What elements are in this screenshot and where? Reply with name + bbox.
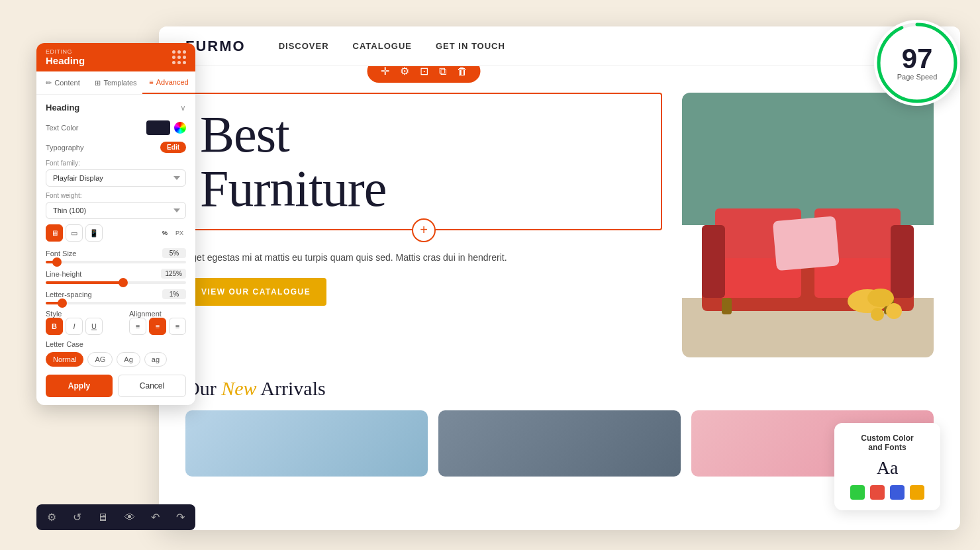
bottom-history-icon[interactable]: ↺ — [73, 511, 81, 524]
icon-btn-monitor[interactable]: 🖥 — [46, 224, 63, 242]
section-collapse-arrow[interactable]: ∨ — [180, 103, 186, 113]
ccf-colors — [848, 485, 927, 500]
svg-point-17 — [871, 308, 884, 321]
hero-section: ✛ ⚙ ⊡ ⧉ 🗑 Best Furniture + Eg — [185, 93, 934, 357]
line-height-label: Line-height — [46, 270, 81, 278]
line-height-track[interactable] — [46, 281, 186, 284]
new-arrivals-section: Our New Arrivals — [185, 377, 934, 477]
cancel-button[interactable]: Cancel — [118, 375, 186, 397]
action-buttons: Apply Cancel — [46, 375, 186, 397]
letter-spacing-track[interactable] — [46, 302, 186, 304]
tab-content[interactable]: ✏ Content — [36, 71, 89, 94]
tab-templates[interactable]: ⊞ Templates — [89, 71, 142, 94]
text-color-label: Text Color — [46, 124, 79, 132]
site-nav-links: DISCOVER CATALOGUE GET IN TOUCH — [279, 41, 894, 51]
product-grid — [185, 410, 934, 477]
bottom-redo-icon[interactable]: ↷ — [176, 511, 185, 524]
product-card-1[interactable] — [185, 410, 428, 477]
case-uppercase[interactable]: AG — [87, 352, 113, 367]
editor-panel: EDITING Heading ✏ Content ⊞ Templates ≡ … — [36, 43, 195, 405]
unit-px[interactable]: PX — [173, 228, 186, 238]
hero-heading: Best Furniture — [200, 107, 648, 216]
typography-edit-button[interactable]: Edit — [160, 142, 186, 153]
selected-heading-element[interactable]: Best Furniture + — [185, 93, 662, 230]
section-header: Heading ∨ — [46, 103, 186, 113]
font-weight-select[interactable]: Thin (100) — [46, 202, 186, 219]
align-left-button[interactable]: ≡ — [129, 318, 146, 335]
bottom-preview-icon[interactable]: 👁 — [124, 512, 135, 524]
text-color-swatch[interactable] — [146, 120, 170, 135]
letter-spacing-slider: Letter-spacing 1% — [46, 289, 186, 304]
font-family-select[interactable]: Playfair Display — [46, 169, 186, 187]
font-size-value[interactable]: 5% — [162, 248, 186, 258]
editor-body: Heading ∨ Text Color Typography Edit Fon… — [36, 95, 195, 405]
color-yellow[interactable] — [910, 485, 924, 500]
hero-subtitle: Eget egestas mi at mattis eu turpis quam… — [185, 250, 662, 265]
text-color-controls — [146, 120, 186, 135]
heading-line1: Best — [200, 105, 289, 163]
svg-rect-10 — [891, 225, 914, 298]
case-lowercase[interactable]: ag — [144, 352, 167, 367]
color-blue[interactable] — [890, 485, 905, 500]
icon-btn-tablet[interactable]: ▭ — [66, 224, 83, 242]
nav-discover[interactable]: DISCOVER — [279, 41, 329, 51]
settings-icon[interactable]: ⚙ — [400, 66, 409, 77]
element-toolbar[interactable]: ✛ ⚙ ⊡ ⧉ 🗑 — [368, 66, 481, 83]
icon-btn-mobile[interactable]: 📱 — [85, 224, 103, 242]
font-size-track[interactable] — [46, 261, 186, 263]
text-color-row: Text Color — [46, 120, 186, 135]
apply-button[interactable]: Apply — [46, 375, 113, 397]
alignment-label: Alignment — [129, 310, 186, 318]
case-capitalize[interactable]: Ag — [117, 352, 140, 367]
resize-icon[interactable]: ⊡ — [420, 66, 428, 77]
line-height-slider: Line-height 125% — [46, 269, 186, 284]
view-catalogue-button[interactable]: VIEW OUR CATALOGUE — [185, 278, 326, 306]
bottom-desktop-icon[interactable]: 🖥 — [97, 512, 108, 524]
heading-line2: Furniture — [200, 160, 386, 217]
editor-header: EDITING Heading — [36, 43, 195, 71]
tab-advanced[interactable]: ≡ Advanced — [142, 71, 195, 94]
bottom-settings-icon[interactable]: ⚙ — [47, 511, 56, 524]
editor-dots[interactable] — [172, 50, 186, 64]
font-size-label: Font Size — [46, 250, 76, 257]
align-center-button[interactable]: ≡ — [149, 318, 166, 335]
unit-percent[interactable]: % — [160, 228, 170, 238]
duplicate-icon[interactable]: ⧉ — [439, 66, 446, 77]
color-green[interactable] — [850, 485, 865, 500]
svg-rect-2 — [682, 93, 934, 225]
text-align-buttons: ≡ ≡ ≡ — [129, 318, 186, 335]
delete-icon[interactable]: 🗑 — [457, 66, 467, 77]
text-style-buttons: B I U — [46, 318, 103, 335]
style-align-row: Style B I U Alignment ≡ ≡ ≡ — [46, 310, 186, 335]
new-arrivals-heading: Our New Arrivals — [185, 377, 934, 400]
bottom-undo-icon[interactable]: ↶ — [151, 511, 160, 524]
nav-get-in-touch[interactable]: GET IN TOUCH — [436, 41, 505, 51]
ccf-font-preview: Aa — [848, 457, 927, 479]
italic-button[interactable]: I — [66, 318, 83, 335]
bold-button[interactable]: B — [46, 318, 63, 335]
arrivals-part2: Arrivals — [257, 377, 326, 399]
editor-label: EDITING — [46, 48, 85, 55]
nav-catalogue[interactable]: CATALOGUE — [353, 41, 412, 51]
color-red[interactable] — [870, 485, 885, 500]
typography-row: Typography Edit — [46, 142, 186, 153]
letter-spacing-value[interactable]: 1% — [162, 289, 186, 299]
line-height-value[interactable]: 125% — [161, 269, 186, 279]
font-weight-label: Font weight: — [46, 192, 186, 199]
case-normal[interactable]: Normal — [46, 352, 83, 367]
icon-row: 🖥 ▭ 📱 % PX — [46, 224, 186, 242]
color-picker-icon[interactable] — [174, 122, 186, 134]
svg-point-19 — [879, 24, 956, 101]
underline-button[interactable]: U — [85, 318, 103, 335]
letter-spacing-label: Letter-spacing — [46, 291, 92, 298]
add-element-button[interactable]: + — [412, 218, 436, 242]
move-icon[interactable]: ✛ — [381, 66, 389, 77]
editor-tabs: ✏ Content ⊞ Templates ≡ Advanced — [36, 71, 195, 95]
align-right-button[interactable]: ≡ — [169, 318, 186, 335]
unit-selector: % PX — [160, 224, 186, 242]
ccf-title: Custom Colorand Fonts — [848, 434, 927, 452]
section-title: Heading — [46, 103, 79, 113]
product-card-2[interactable] — [438, 410, 681, 477]
svg-rect-13 — [773, 216, 840, 271]
font-size-slider: Font Size 5% — [46, 248, 186, 263]
